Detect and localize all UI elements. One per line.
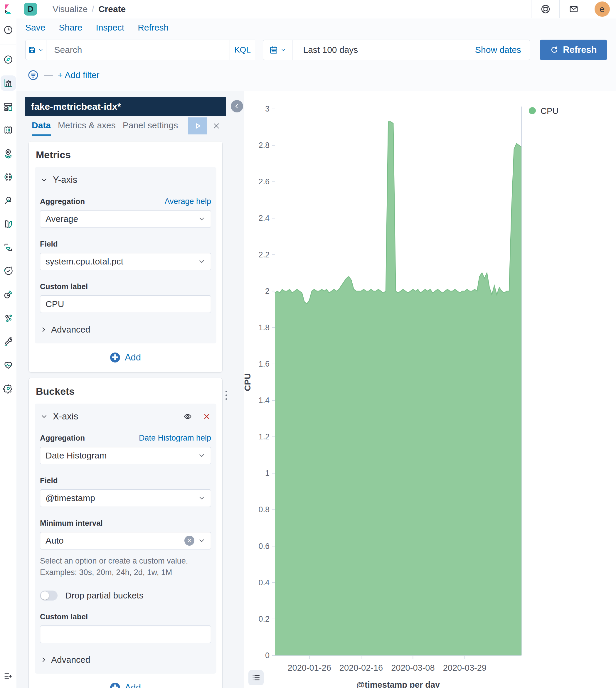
machine-learning-icon: [3, 172, 14, 182]
kibana-logo[interactable]: [0, 0, 16, 18]
user-menu[interactable]: e: [588, 0, 616, 18]
date-range-value[interactable]: Last 100 days: [292, 45, 358, 55]
svg-text:2.8: 2.8: [258, 141, 269, 150]
svg-text:1.8: 1.8: [258, 323, 269, 332]
space-switcher-badge[interactable]: D: [24, 3, 37, 16]
y-axis-accordion-toggle[interactable]: Y-axis: [40, 175, 211, 185]
toolbar-action-share[interactable]: Share: [59, 23, 82, 32]
kibana-logo-icon: [3, 4, 13, 14]
sidebar-item-apm[interactable]: [0, 283, 16, 306]
date-quick-select-button[interactable]: [263, 40, 292, 60]
svg-text:0: 0: [265, 651, 269, 660]
sidebar-item-management[interactable]: [0, 377, 16, 400]
sidebar-item-discover[interactable]: [0, 48, 16, 71]
breadcrumb-current: Create: [98, 4, 126, 14]
legend-item-cpu[interactable]: CPU: [529, 106, 558, 116]
chevron-down-icon[interactable]: [40, 413, 48, 421]
metric-field-select[interactable]: system.cpu.total.pct: [40, 253, 211, 270]
average-help-link[interactable]: Average help: [164, 197, 211, 206]
x-axis-label: X-axis: [53, 411, 78, 422]
metric-custom-label-input[interactable]: CPU: [40, 295, 211, 313]
tab-panel-settings[interactable]: Panel settings: [123, 116, 178, 136]
add-bucket-button[interactable]: ✚ Add: [29, 674, 222, 688]
filter-icon[interactable]: [27, 69, 39, 81]
plus-icon: ✚: [110, 353, 120, 362]
query-language-button[interactable]: KQL: [229, 40, 255, 60]
apply-changes-button[interactable]: [188, 117, 207, 134]
panel-resize-handle[interactable]: [224, 385, 228, 405]
add-filter-button[interactable]: + Add filter: [58, 70, 100, 80]
sidebar-item-maps[interactable]: [0, 142, 16, 165]
remove-bucket-icon[interactable]: [202, 412, 211, 421]
plus-icon: ✚: [110, 683, 120, 688]
svg-text:0.6: 0.6: [258, 542, 269, 551]
toolbar-action-inspect[interactable]: Inspect: [96, 23, 124, 32]
breadcrumb-section[interactable]: Visualize: [52, 4, 88, 14]
legend-toggle-button[interactable]: [248, 670, 264, 685]
help-button[interactable]: [531, 0, 559, 18]
sidebar-item-visualize[interactable]: [0, 71, 16, 95]
sidebar-item-logs[interactable]: [0, 212, 16, 236]
discard-changes-button[interactable]: [207, 117, 226, 134]
drop-partial-buckets-toggle[interactable]: [40, 591, 58, 601]
tab-data[interactable]: Data: [32, 116, 51, 136]
top-header-bar: D Visualize / Create e: [0, 0, 616, 18]
graph-icon: [3, 313, 14, 323]
buckets-title: Buckets: [29, 378, 222, 404]
saved-query-button[interactable]: [25, 40, 46, 60]
siem-icon: [3, 195, 14, 206]
search-input[interactable]: [46, 45, 229, 55]
clear-interval-icon[interactable]: ✕: [184, 536, 194, 546]
sidebar-item-graph[interactable]: [0, 306, 16, 330]
index-pattern-header: fake-metricbeat-idx*: [25, 97, 226, 116]
toolbar-action-save[interactable]: Save: [25, 23, 45, 32]
svg-text:0.4: 0.4: [258, 578, 269, 587]
toggle-visibility-eye-icon[interactable]: [183, 412, 192, 421]
show-dates-button[interactable]: Show dates: [475, 45, 530, 55]
sidebar-item-stack-monitoring[interactable]: [0, 353, 16, 377]
aggregation-value: Date Histogram: [45, 450, 198, 461]
aggregation-value: Average: [45, 214, 198, 224]
sidebar-item-canvas[interactable]: [0, 118, 16, 142]
stack-monitoring-icon: [3, 359, 14, 370]
list-icon: [251, 673, 261, 683]
x-axis-title: @timestamp per day: [356, 680, 440, 688]
bucket-aggregation-select[interactable]: Date Histogram: [40, 447, 211, 464]
sidebar-item-siem[interactable]: [0, 189, 16, 212]
svg-text:3: 3: [265, 105, 269, 113]
chevron-down-icon: [40, 176, 48, 184]
bucket-custom-label-input[interactable]: [40, 625, 211, 643]
sidebar-item-metrics[interactable]: [0, 236, 16, 259]
add-label: Add: [125, 683, 141, 688]
sidebar-item-dashboard[interactable]: [0, 95, 16, 118]
collapse-nav-button[interactable]: [0, 667, 16, 685]
field-label: Field: [40, 476, 58, 485]
svg-text:2.4: 2.4: [258, 214, 269, 222]
sidebar-item-recent[interactable]: [0, 18, 16, 42]
visualize-actions: SaveShareInspectRefresh: [25, 23, 169, 32]
buckets-advanced-toggle[interactable]: Advanced: [40, 655, 211, 665]
dashboard-icon: [3, 101, 14, 112]
sidebar-item-uptime[interactable]: [0, 259, 16, 283]
sidebar-item-dev-tools[interactable]: [0, 330, 16, 353]
buckets-card: Buckets X-axis Aggregation Date Histogra…: [29, 378, 222, 688]
metrics-advanced-toggle[interactable]: Advanced: [40, 325, 211, 335]
query-refresh-button[interactable]: Refresh: [540, 40, 607, 60]
config-tabs: DataMetrics & axesPanel settings: [25, 116, 226, 136]
date-histogram-help-link[interactable]: Date Histogram help: [139, 434, 211, 443]
collapse-config-panel-button[interactable]: [231, 100, 243, 112]
metric-aggregation-select[interactable]: Average: [40, 210, 211, 228]
sidebar-item-machine-learning[interactable]: [0, 165, 16, 189]
newsfeed-button[interactable]: [559, 0, 588, 18]
minimum-interval-combobox[interactable]: Auto ✕: [40, 532, 211, 550]
discover-icon: [3, 54, 14, 65]
svg-text:2: 2: [265, 287, 269, 295]
add-metric-button[interactable]: ✚ Add: [29, 343, 222, 371]
svg-text:1.4: 1.4: [258, 396, 269, 405]
tab-metrics-axes[interactable]: Metrics & axes: [58, 116, 116, 136]
index-pattern-title: fake-metricbeat-idx*: [31, 101, 121, 112]
y-axis: 00.20.40.60.811.21.41.61.822.22.42.62.83: [258, 105, 275, 660]
chevron-left-icon: [234, 103, 240, 110]
toolbar-action-refresh[interactable]: Refresh: [138, 23, 169, 32]
bucket-field-select[interactable]: @timestamp: [40, 489, 211, 507]
